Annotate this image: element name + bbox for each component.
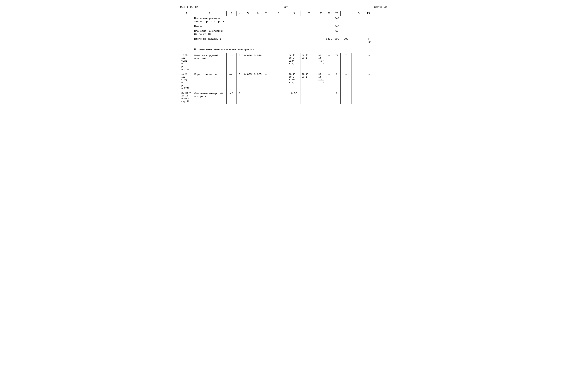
page-number: - 54 -	[281, 6, 291, 9]
cell-col11-19: за Iт4,07I,22	[317, 72, 325, 91]
cell-empty	[180, 16, 193, 24]
col-header-3: 3	[226, 11, 237, 16]
cell-col13-18: I7	[333, 53, 341, 72]
cell-col9-18: за Iт50,2+323=373,2	[288, 53, 300, 72]
cell-id-19: I9 9-I22СССЦч.II р.Iп.2II6	[180, 72, 193, 91]
cell-col10-19: за Iт23,I	[300, 72, 317, 91]
cell-empty	[180, 29, 193, 37]
cell-col9-19: за Iт50,2+323=373,2	[288, 72, 300, 91]
cell-empty	[269, 24, 288, 29]
cell-empty	[341, 29, 387, 37]
section-title: П. Нетиповые технологические конструкции	[193, 45, 352, 53]
cell-itogo-value: 842	[333, 24, 341, 29]
cell-total-col15: 7732	[352, 37, 387, 45]
cell-empty	[226, 16, 237, 24]
cell-empty	[288, 16, 300, 24]
cell-col6-19: 0,005	[253, 72, 263, 91]
cell-empty	[180, 45, 193, 53]
cell-col7-18	[263, 53, 269, 72]
cell-empty	[300, 24, 317, 29]
cell-col7-19: –	[263, 72, 269, 91]
cell-empty	[288, 37, 300, 45]
cell-empty	[263, 16, 269, 24]
cell-name-20: Сверление отверстий в корыте	[193, 91, 226, 104]
cell-col15-20	[352, 91, 387, 104]
col-header-9: 9	[288, 11, 300, 16]
cell-col15-19: –	[352, 72, 387, 91]
cell-empty	[226, 29, 237, 37]
cell-name-19: Корыто дырчатое	[193, 72, 226, 91]
col-header-6: 6	[253, 11, 263, 16]
cell-empty	[288, 24, 300, 29]
cell-empty	[253, 29, 263, 37]
cell-col12-20	[325, 91, 333, 104]
cell-col5-19: 0,005	[243, 72, 253, 91]
col-header-8: 8	[269, 11, 288, 16]
cell-empty	[269, 29, 288, 37]
col-header-11: II	[317, 11, 325, 16]
cell-col13-19: 2	[333, 72, 341, 91]
cell-id-20: 20 пр-т24-I5прим.Iстр.96	[180, 91, 193, 104]
cell-unit-18: шт	[226, 53, 237, 72]
cell-empty	[253, 24, 263, 29]
cell-empty	[325, 16, 333, 24]
cell-col14-19: –	[341, 72, 352, 91]
cell-total-label: Итого по разделу I	[193, 37, 226, 45]
cell-total-col12: 54I0	[325, 37, 333, 45]
cell-col4-18: I	[237, 53, 243, 72]
cell-unit-20: м2	[226, 91, 237, 104]
cell-empty	[243, 24, 253, 29]
cell-empty	[180, 24, 193, 29]
cell-empty	[300, 37, 317, 45]
spacer-row	[180, 104, 387, 112]
cell-empty	[317, 16, 325, 24]
doc-code: 19976-09	[373, 6, 387, 9]
cell-empty	[237, 24, 243, 29]
col-header-4: 4	[237, 11, 243, 16]
cell-col4-20: 3	[237, 91, 243, 104]
col-header-5: 5	[243, 11, 253, 16]
cell-plan-value: 67	[333, 29, 341, 37]
cell-empty	[253, 16, 263, 24]
col-header-14: I4 I5	[341, 11, 387, 16]
cell-col10-18: за Iт23,I	[300, 53, 317, 72]
cell-empty	[300, 16, 317, 24]
col-header-2: 2	[193, 11, 226, 16]
cell-itogo-label: Итого	[193, 24, 226, 29]
cell-col8-20	[269, 91, 288, 104]
cell-empty	[269, 16, 288, 24]
cell-name-18: Решетка с ручной очисткой	[193, 53, 226, 72]
cell-col8-19	[269, 72, 288, 91]
main-table: I 2 3 4 5 6 7 8 9 IO II I2 I3 I4 I5 Накл…	[180, 11, 387, 112]
cell-empty	[237, 37, 243, 45]
cell-col7-20	[263, 91, 269, 104]
cell-col14-18: I	[341, 53, 352, 72]
col-header-12: I2	[325, 11, 333, 16]
cell-col4-19: I	[237, 72, 243, 91]
col-header-7: 7	[263, 11, 269, 16]
table-row-20: 20 пр-т24-I5прим.Iстр.96 Сверление отвер…	[180, 91, 387, 104]
cell-col15-18: –	[352, 53, 387, 72]
cell-empty	[325, 29, 333, 37]
cell-plan-label: Плановые накопления8% по гр.I3	[193, 29, 226, 37]
cell-id-18: I8 9-I22СССЦч.IIр.Iп.2II6	[180, 53, 193, 72]
cell-empty	[317, 29, 325, 37]
cell-empty	[325, 24, 333, 29]
cell-empty	[263, 29, 269, 37]
section-header-row: П. Нетиповые технологические конструкции	[180, 45, 387, 53]
cell-empty	[243, 37, 253, 45]
col-header-10: IO	[300, 11, 317, 16]
cell-empty	[341, 24, 387, 29]
cell-empty	[253, 37, 263, 45]
cell-col8-18	[269, 53, 288, 72]
summary-row-overhead: Накладные расходы80% по гр.I4 в гр.I3 24…	[180, 16, 387, 24]
cell-empty	[226, 37, 237, 45]
cell-empty	[243, 16, 253, 24]
cell-col11-18: за Iт4,07I,22	[317, 53, 325, 72]
doc-number: 902-I-92-84	[180, 6, 198, 9]
cell-col12-19: –	[325, 72, 333, 91]
cell-empty	[317, 37, 325, 45]
cell-col6-18: 0,046	[253, 53, 263, 72]
cell-empty	[317, 24, 325, 29]
cell-overhead-label: Накладные расходы80% по гр.I4 в гр.I3	[193, 16, 226, 24]
